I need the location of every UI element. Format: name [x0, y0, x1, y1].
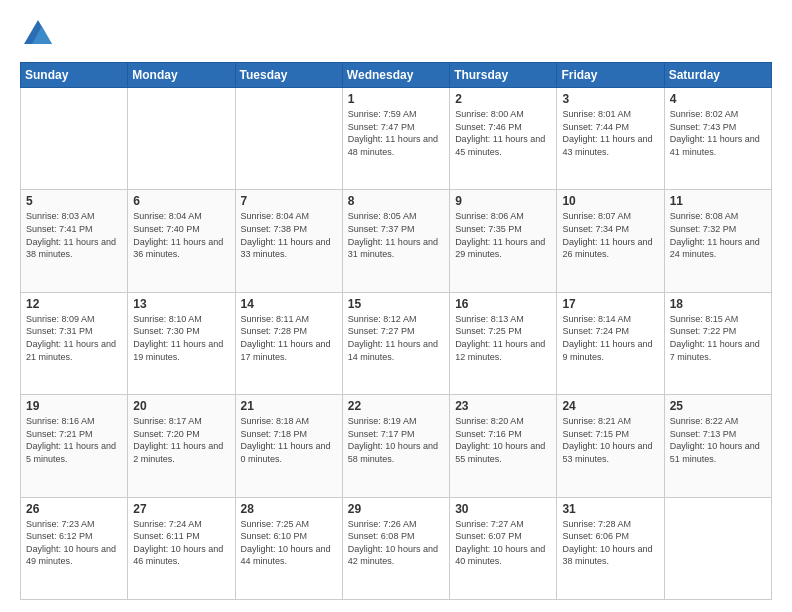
day-info: Sunrise: 8:20 AM Sunset: 7:16 PM Dayligh…	[455, 415, 551, 465]
day-number: 19	[26, 399, 122, 413]
table-row: 25Sunrise: 8:22 AM Sunset: 7:13 PM Dayli…	[664, 395, 771, 497]
day-info: Sunrise: 8:03 AM Sunset: 7:41 PM Dayligh…	[26, 210, 122, 260]
table-row: 30Sunrise: 7:27 AM Sunset: 6:07 PM Dayli…	[450, 497, 557, 599]
table-row: 26Sunrise: 7:23 AM Sunset: 6:12 PM Dayli…	[21, 497, 128, 599]
table-row: 7Sunrise: 8:04 AM Sunset: 7:38 PM Daylig…	[235, 190, 342, 292]
day-number: 23	[455, 399, 551, 413]
day-info: Sunrise: 8:10 AM Sunset: 7:30 PM Dayligh…	[133, 313, 229, 363]
col-thursday: Thursday	[450, 63, 557, 88]
page: Sunday Monday Tuesday Wednesday Thursday…	[0, 0, 792, 612]
calendar-header-row: Sunday Monday Tuesday Wednesday Thursday…	[21, 63, 772, 88]
day-info: Sunrise: 8:09 AM Sunset: 7:31 PM Dayligh…	[26, 313, 122, 363]
col-monday: Monday	[128, 63, 235, 88]
day-number: 30	[455, 502, 551, 516]
day-info: Sunrise: 8:16 AM Sunset: 7:21 PM Dayligh…	[26, 415, 122, 465]
table-row: 9Sunrise: 8:06 AM Sunset: 7:35 PM Daylig…	[450, 190, 557, 292]
day-info: Sunrise: 8:01 AM Sunset: 7:44 PM Dayligh…	[562, 108, 658, 158]
table-row: 24Sunrise: 8:21 AM Sunset: 7:15 PM Dayli…	[557, 395, 664, 497]
day-info: Sunrise: 8:05 AM Sunset: 7:37 PM Dayligh…	[348, 210, 444, 260]
day-number: 8	[348, 194, 444, 208]
calendar-week-row: 19Sunrise: 8:16 AM Sunset: 7:21 PM Dayli…	[21, 395, 772, 497]
day-info: Sunrise: 8:13 AM Sunset: 7:25 PM Dayligh…	[455, 313, 551, 363]
day-number: 17	[562, 297, 658, 311]
table-row: 20Sunrise: 8:17 AM Sunset: 7:20 PM Dayli…	[128, 395, 235, 497]
table-row	[664, 497, 771, 599]
day-number: 12	[26, 297, 122, 311]
day-number: 1	[348, 92, 444, 106]
table-row: 31Sunrise: 7:28 AM Sunset: 6:06 PM Dayli…	[557, 497, 664, 599]
col-tuesday: Tuesday	[235, 63, 342, 88]
table-row: 11Sunrise: 8:08 AM Sunset: 7:32 PM Dayli…	[664, 190, 771, 292]
day-number: 21	[241, 399, 337, 413]
calendar-week-row: 5Sunrise: 8:03 AM Sunset: 7:41 PM Daylig…	[21, 190, 772, 292]
table-row: 18Sunrise: 8:15 AM Sunset: 7:22 PM Dayli…	[664, 292, 771, 394]
day-number: 9	[455, 194, 551, 208]
table-row: 10Sunrise: 8:07 AM Sunset: 7:34 PM Dayli…	[557, 190, 664, 292]
day-info: Sunrise: 8:14 AM Sunset: 7:24 PM Dayligh…	[562, 313, 658, 363]
day-number: 26	[26, 502, 122, 516]
day-number: 25	[670, 399, 766, 413]
day-number: 18	[670, 297, 766, 311]
day-number: 14	[241, 297, 337, 311]
day-info: Sunrise: 8:04 AM Sunset: 7:38 PM Dayligh…	[241, 210, 337, 260]
day-number: 7	[241, 194, 337, 208]
day-info: Sunrise: 8:00 AM Sunset: 7:46 PM Dayligh…	[455, 108, 551, 158]
logo	[20, 16, 60, 52]
table-row	[21, 88, 128, 190]
day-info: Sunrise: 8:19 AM Sunset: 7:17 PM Dayligh…	[348, 415, 444, 465]
col-friday: Friday	[557, 63, 664, 88]
table-row: 6Sunrise: 8:04 AM Sunset: 7:40 PM Daylig…	[128, 190, 235, 292]
day-info: Sunrise: 8:21 AM Sunset: 7:15 PM Dayligh…	[562, 415, 658, 465]
table-row: 3Sunrise: 8:01 AM Sunset: 7:44 PM Daylig…	[557, 88, 664, 190]
day-number: 2	[455, 92, 551, 106]
table-row: 23Sunrise: 8:20 AM Sunset: 7:16 PM Dayli…	[450, 395, 557, 497]
day-info: Sunrise: 8:15 AM Sunset: 7:22 PM Dayligh…	[670, 313, 766, 363]
day-info: Sunrise: 8:06 AM Sunset: 7:35 PM Dayligh…	[455, 210, 551, 260]
table-row: 16Sunrise: 8:13 AM Sunset: 7:25 PM Dayli…	[450, 292, 557, 394]
table-row: 21Sunrise: 8:18 AM Sunset: 7:18 PM Dayli…	[235, 395, 342, 497]
calendar-table: Sunday Monday Tuesday Wednesday Thursday…	[20, 62, 772, 600]
col-sunday: Sunday	[21, 63, 128, 88]
day-info: Sunrise: 7:28 AM Sunset: 6:06 PM Dayligh…	[562, 518, 658, 568]
header	[20, 16, 772, 52]
day-info: Sunrise: 7:26 AM Sunset: 6:08 PM Dayligh…	[348, 518, 444, 568]
day-info: Sunrise: 8:18 AM Sunset: 7:18 PM Dayligh…	[241, 415, 337, 465]
day-number: 27	[133, 502, 229, 516]
day-number: 31	[562, 502, 658, 516]
table-row: 17Sunrise: 8:14 AM Sunset: 7:24 PM Dayli…	[557, 292, 664, 394]
day-info: Sunrise: 7:24 AM Sunset: 6:11 PM Dayligh…	[133, 518, 229, 568]
logo-icon	[20, 16, 56, 52]
day-info: Sunrise: 8:02 AM Sunset: 7:43 PM Dayligh…	[670, 108, 766, 158]
day-number: 5	[26, 194, 122, 208]
day-info: Sunrise: 8:11 AM Sunset: 7:28 PM Dayligh…	[241, 313, 337, 363]
table-row: 15Sunrise: 8:12 AM Sunset: 7:27 PM Dayli…	[342, 292, 449, 394]
table-row: 5Sunrise: 8:03 AM Sunset: 7:41 PM Daylig…	[21, 190, 128, 292]
table-row: 13Sunrise: 8:10 AM Sunset: 7:30 PM Dayli…	[128, 292, 235, 394]
day-info: Sunrise: 7:27 AM Sunset: 6:07 PM Dayligh…	[455, 518, 551, 568]
table-row: 12Sunrise: 8:09 AM Sunset: 7:31 PM Dayli…	[21, 292, 128, 394]
table-row: 29Sunrise: 7:26 AM Sunset: 6:08 PM Dayli…	[342, 497, 449, 599]
day-number: 16	[455, 297, 551, 311]
day-info: Sunrise: 8:07 AM Sunset: 7:34 PM Dayligh…	[562, 210, 658, 260]
table-row: 14Sunrise: 8:11 AM Sunset: 7:28 PM Dayli…	[235, 292, 342, 394]
day-number: 4	[670, 92, 766, 106]
table-row: 8Sunrise: 8:05 AM Sunset: 7:37 PM Daylig…	[342, 190, 449, 292]
day-info: Sunrise: 8:12 AM Sunset: 7:27 PM Dayligh…	[348, 313, 444, 363]
table-row: 22Sunrise: 8:19 AM Sunset: 7:17 PM Dayli…	[342, 395, 449, 497]
day-number: 10	[562, 194, 658, 208]
table-row: 19Sunrise: 8:16 AM Sunset: 7:21 PM Dayli…	[21, 395, 128, 497]
table-row: 4Sunrise: 8:02 AM Sunset: 7:43 PM Daylig…	[664, 88, 771, 190]
day-info: Sunrise: 8:08 AM Sunset: 7:32 PM Dayligh…	[670, 210, 766, 260]
day-number: 6	[133, 194, 229, 208]
day-number: 28	[241, 502, 337, 516]
col-saturday: Saturday	[664, 63, 771, 88]
day-info: Sunrise: 7:59 AM Sunset: 7:47 PM Dayligh…	[348, 108, 444, 158]
calendar-week-row: 12Sunrise: 8:09 AM Sunset: 7:31 PM Dayli…	[21, 292, 772, 394]
table-row	[128, 88, 235, 190]
day-info: Sunrise: 7:23 AM Sunset: 6:12 PM Dayligh…	[26, 518, 122, 568]
calendar-week-row: 1Sunrise: 7:59 AM Sunset: 7:47 PM Daylig…	[21, 88, 772, 190]
calendar-week-row: 26Sunrise: 7:23 AM Sunset: 6:12 PM Dayli…	[21, 497, 772, 599]
day-number: 29	[348, 502, 444, 516]
day-number: 15	[348, 297, 444, 311]
table-row	[235, 88, 342, 190]
